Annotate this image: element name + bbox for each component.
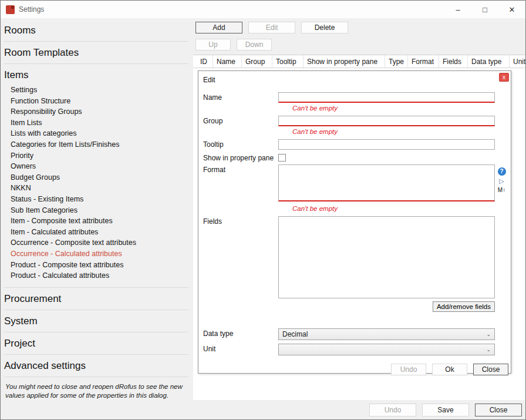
toolbar-row-1: Add Edit Delete (193, 18, 525, 33)
items-subsection-list: Settings Function Structure Responsibili… (11, 85, 188, 281)
tooltip-row: Tooltip (203, 139, 508, 150)
format-tools: ? ▷ M↑ (495, 164, 508, 203)
group-validation-message: Can't be empty (292, 128, 508, 135)
add-button[interactable]: Add (195, 22, 242, 33)
section-room-templates: Room Templates (4, 42, 188, 64)
unit-label: Unit (203, 344, 278, 355)
fields-label: Fields (203, 216, 278, 300)
footer-save-button[interactable]: Save (422, 404, 469, 416)
column-header-unit[interactable]: Unit (510, 55, 525, 68)
format-field[interactable] (278, 164, 495, 201)
expand-icon[interactable]: M↑ (498, 187, 505, 193)
section-rooms: Rooms (4, 19, 188, 42)
sidebar-item-occurrence-composite-text-attributes[interactable]: Occurrence - Composite text attributes (11, 237, 188, 248)
sidebar-item-budget-groups[interactable]: Budget Groups (11, 172, 188, 183)
sidebar-item-product-composite-text-attributes[interactable]: Product - Composite text attributes (11, 260, 188, 271)
section-project: Project (4, 332, 188, 355)
add-remove-fields-row: Add/remove fields (278, 301, 495, 312)
show-in-property-pane-checkbox[interactable] (278, 154, 286, 162)
name-row: Name (203, 92, 508, 103)
sidebar-item-occurrence-calculated-attributes[interactable]: Occurrence - Calculated attributes (11, 248, 188, 260)
sidebar-item-lists-with-categories[interactable]: Lists with categories (11, 128, 188, 139)
dialog-undo-button[interactable]: Undo (391, 364, 426, 375)
settings-window: Settings – □ ✕ Rooms Room Templates Item… (0, 0, 526, 420)
help-icon[interactable]: ? (498, 167, 506, 176)
name-field[interactable] (278, 92, 495, 103)
column-header-group[interactable]: Group (242, 55, 272, 68)
show-in-property-pane-row: Show in property pane (203, 153, 508, 162)
sidebar-item-status-existing-items[interactable]: Status - Existing Items (11, 194, 188, 205)
sidebar-heading-procurement[interactable]: Procurement (4, 293, 188, 305)
section-system: System (4, 310, 188, 332)
footer-undo-button[interactable]: Undo (369, 404, 416, 416)
sidebar-item-product-calculated-attributes[interactable]: Product - Calculated attributes (11, 270, 188, 281)
edit-dialog-title: Edit (203, 76, 508, 84)
dialog-close-icon[interactable]: x (499, 73, 509, 82)
section-advanced-settings: Advanced settings (4, 355, 188, 377)
sidebar-item-owners[interactable]: Owners (11, 161, 188, 172)
sidebar-heading-project[interactable]: Project (4, 338, 188, 350)
sidebar-item-item-lists[interactable]: Item Lists (11, 117, 188, 129)
unit-row: Unit ⌄ (203, 344, 508, 355)
app-icon (6, 5, 15, 14)
fields-row: Fields (203, 216, 508, 300)
titlebar: Settings – □ ✕ (1, 1, 525, 18)
column-header-fields[interactable]: Fields (439, 55, 468, 68)
run-icon[interactable]: ▷ (499, 178, 504, 184)
column-header-tooltip[interactable]: Tooltip (272, 55, 304, 68)
section-items: Items Settings Function Structure Respon… (4, 64, 188, 288)
sidebar-heading-advanced-settings[interactable]: Advanced settings (4, 360, 188, 372)
format-label: Format (203, 164, 278, 203)
column-header-id[interactable]: ID (197, 55, 213, 68)
sidebar-item-sub-item-categories[interactable]: Sub Item Categories (11, 205, 188, 216)
group-field[interactable] (278, 116, 495, 126)
column-header-show-in-property-pane[interactable]: Show in property pane (304, 55, 385, 68)
edit-button[interactable]: Edit (248, 22, 295, 33)
toolbar-row-2: Up Down (193, 33, 525, 55)
sidebar-heading-system[interactable]: System (4, 315, 188, 327)
sidebar-restart-note: You might need to close and reopen dRofu… (4, 377, 188, 401)
chevron-down-icon: ⌄ (486, 347, 491, 352)
delete-button[interactable]: Delete (301, 22, 348, 33)
close-icon[interactable]: ✕ (498, 1, 525, 18)
column-header-name[interactable]: Name (213, 55, 242, 68)
minimize-icon[interactable]: – (444, 1, 471, 18)
edit-form: Name Can't be empty Group Can't be empty… (203, 92, 508, 375)
sidebar-item-categories-for-item-lists[interactable]: Categories for Item Lists/Finishes (11, 139, 188, 150)
up-button[interactable]: Up (195, 39, 231, 51)
content-pane: Add Edit Delete Up Down ID Name Group To… (193, 18, 525, 419)
settings-sidebar: Rooms Room Templates Items Settings Func… (1, 18, 193, 419)
sidebar-item-function-structure[interactable]: Function Structure (11, 96, 188, 107)
tooltip-label: Tooltip (203, 139, 278, 150)
column-header-type[interactable]: Type (385, 55, 408, 68)
footer-bar: Undo Save Close (193, 400, 525, 419)
table-header-row: ID Name Group Tooltip Show in property p… (193, 55, 525, 68)
dialog-close-button[interactable]: Close (473, 364, 508, 375)
dialog-ok-button[interactable]: Ok (432, 364, 467, 375)
add-remove-fields-button[interactable]: Add/remove fields (433, 301, 495, 312)
unit-select[interactable]: ⌄ (278, 344, 495, 355)
footer-close-button[interactable]: Close (475, 404, 522, 416)
down-button[interactable]: Down (237, 39, 272, 51)
window-controls: – □ ✕ (444, 1, 525, 18)
data-type-select[interactable]: Decimal ⌄ (278, 328, 495, 340)
column-header-data-type[interactable]: Data type (468, 55, 510, 68)
sidebar-item-settings[interactable]: Settings (11, 85, 188, 96)
sidebar-item-priority[interactable]: Priority (11, 150, 188, 162)
sidebar-heading-room-templates[interactable]: Room Templates (4, 47, 188, 59)
sidebar-item-item-calculated-attributes[interactable]: Item - Calculated attributes (11, 227, 188, 238)
show-in-property-pane-label: Show in property pane (203, 153, 278, 162)
edit-dialog: Edit x Name Can't be empty Group Can't b… (198, 70, 511, 374)
sidebar-item-nkkn[interactable]: NKKN (11, 183, 188, 194)
sidebar-item-item-composite-text-attributes[interactable]: Item - Composite text attributes (11, 216, 188, 227)
fields-field[interactable] (278, 216, 495, 298)
sidebar-heading-rooms[interactable]: Rooms (4, 25, 188, 36)
maximize-icon[interactable]: □ (471, 1, 498, 18)
tooltip-field[interactable] (278, 139, 495, 150)
sidebar-heading-items[interactable]: Items (4, 69, 188, 81)
column-header-format[interactable]: Format (408, 55, 439, 68)
window-title: Settings (19, 5, 44, 14)
sidebar-item-responsibility-groups[interactable]: Responsibility Groups (11, 106, 188, 117)
group-label: Group (203, 116, 278, 126)
format-row: Format ? ▷ M↑ (203, 164, 508, 203)
